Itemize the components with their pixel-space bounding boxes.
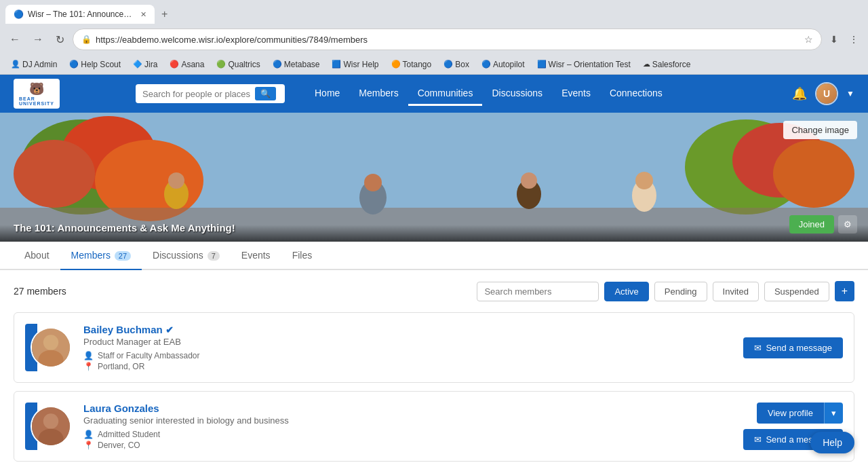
bookmark-label: Autopilot [493, 60, 525, 69]
bookmark-icon-box: 🔵 [443, 60, 453, 69]
tab-discussions-label: Discussions [153, 250, 203, 261]
message-icon-bailey: ✉ [754, 343, 762, 353]
help-button[interactable]: Help [810, 432, 854, 453]
nav-events[interactable]: Events [552, 82, 600, 106]
bookmark-asana[interactable]: 🔴 Asana [164, 58, 210, 71]
bookmark-label: Wisr – Orientation Test [549, 60, 631, 69]
bookmark-icon-metabase: 🔵 [273, 60, 282, 69]
bookmarks-bar: 👤 DJ Admin 🔵 Help Scout 🔷 Jira 🔴 Asana 🟢… [0, 54, 868, 75]
nav-home[interactable]: Home [305, 82, 349, 106]
bookmark-wisr-help[interactable]: 🟦 Wisr Help [326, 58, 384, 71]
svg-point-14 [521, 172, 537, 189]
send-message-button-bailey[interactable]: ✉ Send a message [743, 337, 843, 358]
browser-tab[interactable]: 🔵 Wisr – The 101: Announcement... ✕ [5, 5, 155, 24]
global-search[interactable]: 🔍 [136, 84, 285, 103]
notification-bell-icon[interactable]: 🔔 [792, 86, 807, 101]
bookmark-label: Totango [403, 60, 432, 69]
member-card-laura: Laura Gonzales Graduating senior interes… [14, 391, 854, 462]
bookmark-icon-autopilot: 🔵 [481, 60, 491, 69]
refresh-button[interactable]: ↻ [52, 31, 68, 49]
discussions-count-badge: 7 [208, 251, 220, 261]
location-icon-laura: 📍 [83, 441, 94, 450]
bookmark-dj-admin[interactable]: 👤 DJ Admin [5, 58, 62, 71]
bookmark-star-icon[interactable]: ☆ [804, 34, 813, 45]
profile-dropdown-button-laura[interactable]: ▾ [824, 403, 843, 424]
nav-right-area: 🔔 U ▼ [792, 82, 854, 105]
member-info-bailey: Bailey Buchman ✔ Product Manager at EAB … [83, 324, 732, 371]
download-icon[interactable]: ⬇ [826, 31, 842, 48]
community-title: The 101: Announcements & Ask Me Anything… [14, 222, 235, 234]
joined-button[interactable]: Joined [789, 215, 834, 234]
svg-point-3 [14, 140, 95, 208]
svg-point-10 [168, 172, 184, 189]
tab-members[interactable]: Members 27 [60, 242, 142, 270]
tab-favicon: 🔵 [14, 10, 24, 19]
filter-active-button[interactable]: Active [604, 282, 648, 301]
bookmark-totango[interactable]: 🟠 Totango [386, 58, 437, 71]
member-type-row-bailey: 👤 Staff or Faculty Ambassador [83, 351, 732, 360]
filter-suspended-button[interactable]: Suspended [764, 282, 829, 301]
tab-close-icon[interactable]: ✕ [140, 10, 146, 19]
bookmark-qualtrics[interactable]: 🟢 Qualtrics [211, 58, 265, 71]
avatar-image-laura [32, 407, 70, 445]
forward-button[interactable]: → [28, 31, 47, 48]
verified-icon-bailey: ✔ [165, 324, 174, 335]
university-name: BEARUNIVERSITY [19, 96, 54, 106]
members-content: 27 members Active Pending Invited Suspen… [0, 270, 868, 467]
community-settings-button[interactable]: ⚙ [838, 215, 857, 234]
member-location-bailey: Portland, OR [98, 362, 144, 371]
search-input[interactable] [142, 89, 251, 99]
search-members-input[interactable] [477, 282, 599, 301]
nav-connections[interactable]: Connections [600, 82, 672, 106]
search-button[interactable]: 🔍 [255, 87, 276, 100]
url-bar[interactable]: 🔒 https://eabdemo.welcome.wisr.io/explor… [73, 29, 822, 50]
filter-pending-button[interactable]: Pending [654, 282, 707, 301]
bookmark-help-scout[interactable]: 🔵 Help Scout [64, 58, 126, 71]
members-count-label: 27 members [14, 286, 66, 297]
avatar-image-bailey [32, 329, 70, 367]
nav-members[interactable]: Members [349, 82, 408, 106]
svg-point-16 [635, 172, 653, 189]
view-profile-group-laura: View profile ▾ [757, 403, 843, 424]
tab-files[interactable]: Files [281, 242, 323, 270]
send-message-label-bailey: Send a message [766, 343, 832, 353]
bookmark-salesforce[interactable]: ☁ Salesforce [637, 58, 696, 71]
bookmark-icon-wisr-help: 🟦 [332, 60, 341, 69]
bookmark-icon-wisr-orientation: 🟦 [537, 60, 547, 69]
svg-point-12 [364, 174, 382, 191]
tab-events[interactable]: Events [231, 242, 281, 270]
bookmark-autopilot[interactable]: 🔵 Autopilot [476, 58, 530, 71]
back-button[interactable]: ← [5, 31, 24, 48]
view-profile-button-laura[interactable]: View profile [757, 403, 824, 424]
bookmark-jira[interactable]: 🔷 Jira [127, 58, 163, 71]
hero-actions: Change image [783, 121, 857, 139]
change-image-button[interactable]: Change image [783, 121, 857, 139]
new-tab-button[interactable]: + [157, 7, 172, 22]
bookmark-box[interactable]: 🔵 Box [438, 58, 475, 71]
menu-icon[interactable]: ⋮ [845, 31, 863, 48]
member-info-laura: Laura Gonzales Graduating senior interes… [83, 403, 732, 450]
tab-about[interactable]: About [14, 242, 60, 270]
avatar-dropdown-icon[interactable]: ▼ [846, 89, 854, 98]
person-icon-bailey: 👤 [83, 351, 94, 360]
bookmark-icon-qualtrics: 🟢 [216, 60, 226, 69]
bookmark-metabase[interactable]: 🔵 Metabase [267, 58, 326, 71]
user-avatar-button[interactable]: U [815, 82, 838, 105]
user-avatar: U [816, 83, 837, 104]
bookmark-label: Box [455, 60, 469, 69]
bookmark-icon-help-scout: 🔵 [69, 60, 79, 69]
filter-invited-button[interactable]: Invited [713, 282, 759, 301]
bookmark-label: Wisr Help [343, 60, 378, 69]
nav-communities[interactable]: Communities [408, 82, 483, 106]
member-name-laura: Laura Gonzales [83, 403, 732, 414]
bookmark-wisr-orientation[interactable]: 🟦 Wisr – Orientation Test [532, 58, 636, 71]
tab-discussions[interactable]: Discussions 7 [142, 242, 231, 270]
message-icon-laura: ✉ [754, 434, 762, 445]
bookmark-icon-dj-admin: 👤 [11, 60, 20, 69]
add-member-button[interactable]: + [835, 281, 854, 301]
bookmark-icon-jira: 🔷 [133, 60, 142, 69]
nav-discussions[interactable]: Discussions [482, 82, 552, 106]
member-avatar-area-bailey [25, 324, 73, 371]
members-filter-area: Active Pending Invited Suspended + [477, 281, 854, 301]
member-avatar-bailey [31, 327, 71, 368]
